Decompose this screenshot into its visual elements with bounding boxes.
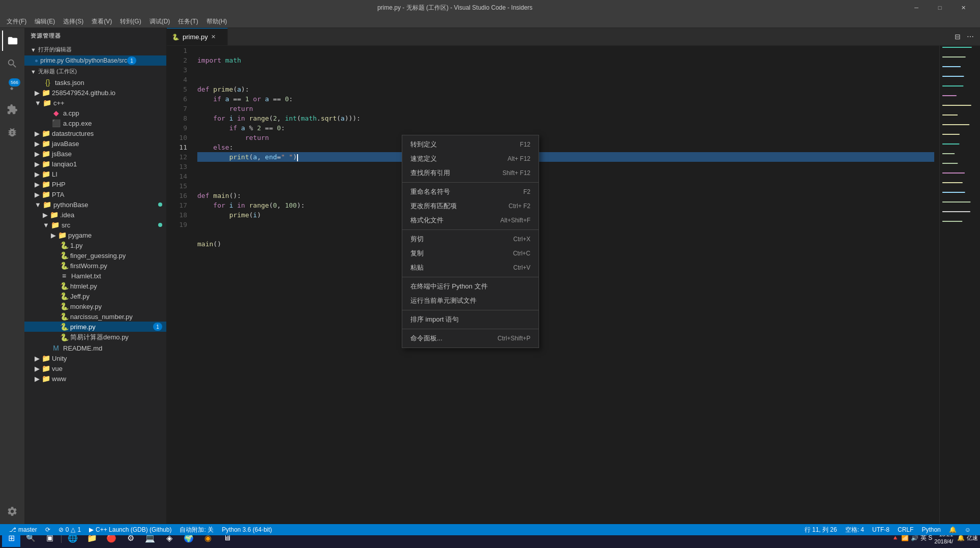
sidebar-item-cpp[interactable]: ▼ 📁 c++ — [24, 98, 166, 108]
open-editors-section[interactable]: ▼ 打开的编辑器 — [24, 44, 166, 55]
sidebar-item-github-io[interactable]: ▶ 📁 2585479524.github.io — [24, 88, 166, 98]
ctx-run-python[interactable]: 在终端中运行 Python 文件 — [402, 279, 539, 294]
activity-settings[interactable] — [2, 501, 22, 522]
activity-search[interactable] — [2, 53, 22, 74]
ctx-paste[interactable]: 粘贴 Ctrl+V — [402, 261, 539, 275]
ctx-label: 重命名名符号 — [410, 187, 450, 196]
sidebar-item-jeffpy[interactable]: 🐍 Jeff.py — [24, 291, 166, 301]
menu-help[interactable]: 帮助(H) — [202, 15, 231, 28]
more-actions-button[interactable]: ⋯ — [965, 31, 976, 43]
sidebar-item-primepy[interactable]: 🐍 prime.py 1 — [24, 322, 166, 332]
sidebar-item-acppexe[interactable]: ⬛ a.cpp.exe — [24, 118, 166, 128]
ctx-find-references[interactable]: 查找所有引用 Shift+ F12 — [402, 166, 539, 180]
menu-task[interactable]: 任务(T) — [174, 15, 202, 28]
sidebar-item-firstworm[interactable]: 🐍 firstWorm.py — [24, 261, 166, 271]
ctx-copy[interactable]: 复制 Ctrl+C — [402, 246, 539, 261]
spaces-text: 空格: 4 — [845, 526, 864, 534]
workspace-section[interactable]: ▼ 无标题 (工作区) — [24, 66, 166, 77]
ctx-format-file[interactable]: 格式化文件 Alt+Shift+F — [402, 213, 539, 227]
sidebar-item-pygame[interactable]: ▶ 📁 pygame — [24, 230, 166, 240]
ctx-cut[interactable]: 剪切 Ctrl+X — [402, 232, 539, 246]
folder-icon: 📁 — [41, 89, 51, 97]
status-encoding[interactable]: UTF-8 — [868, 524, 894, 535]
ctx-command-palette[interactable]: 命令面板... Ctrl+Shift+P — [402, 331, 539, 345]
folder-icon: 📁 — [57, 231, 67, 239]
activity-explorer[interactable] — [2, 31, 22, 51]
sidebar-item-datastructures[interactable]: ▶ 📁 datastructures — [24, 128, 166, 138]
sidebar-item-1py[interactable]: 🐍 1.py — [24, 240, 166, 250]
status-branch[interactable]: ⎇ master — [5, 524, 41, 535]
sidebar-label: Hamlet.txt — [71, 272, 166, 280]
sidebar-item-www[interactable]: ▶ 📁 www — [24, 373, 166, 384]
close-button[interactable]: ✕ — [952, 0, 975, 15]
status-spaces[interactable]: 空格: 4 — [841, 524, 868, 535]
activity-debug[interactable] — [2, 122, 22, 142]
sidebar-item-hamlet[interactable]: ≡ Hamlet.txt — [24, 271, 166, 281]
tray-icon-volume[interactable]: 🔊 — [911, 534, 918, 541]
sidebar-item-pta[interactable]: ▶ 📁 PTA — [24, 189, 166, 199]
ctx-rename-symbol[interactable]: 重命名名符号 F2 — [402, 185, 539, 199]
status-language[interactable]: Python — [917, 524, 944, 535]
tray-icon-notification[interactable]: 🔔 — [957, 534, 965, 541]
tab-prime-py[interactable]: 🐍 prime.py ✕ — [167, 28, 228, 45]
sidebar-item-narcissus[interactable]: 🐍 narcissus_number.py — [24, 311, 166, 322]
maximize-button[interactable]: □ — [928, 0, 952, 15]
ctx-run-unittest[interactable]: 运行当前单元测试文件 — [402, 294, 539, 308]
menu-goto[interactable]: 转到(G) — [116, 15, 145, 28]
sidebar-item-monkey[interactable]: 🐍 monkey.py — [24, 301, 166, 311]
sidebar-label: finger_guessing.py — [70, 252, 166, 259]
menu-view[interactable]: 查看(V) — [87, 15, 116, 28]
status-feedback[interactable]: ☺ — [961, 524, 975, 535]
sidebar-item-readme[interactable]: M README.md — [24, 343, 166, 353]
code-content[interactable]: import math def prime(a): if a == 1 or a… — [192, 46, 939, 524]
menu-file[interactable]: 文件(F) — [3, 15, 31, 28]
code-editor[interactable]: 1 2 3 4 5 6 7 8 9 10 11 12 13 14 15 16 1… — [167, 46, 980, 524]
sidebar-item-finger[interactable]: 🐍 finger_guessing.py — [24, 250, 166, 261]
sidebar-item-lanqiao1[interactable]: ▶ 📁 lanqiao1 — [24, 159, 166, 169]
sidebar-item-li[interactable]: ▶ 📁 LI — [24, 169, 166, 179]
sidebar-item-calc[interactable]: 🐍 简易计算器demo.py — [24, 332, 166, 343]
sidebar-item-unity[interactable]: ▶ 📁 Unity — [24, 353, 166, 363]
sidebar-item-idea[interactable]: ▶ 📁 .idea — [24, 210, 166, 220]
status-autosave[interactable]: 自动附加: 关 — [175, 524, 218, 535]
tab-label: prime.py — [183, 33, 208, 41]
ctx-label: 更改所有匹配项 — [410, 201, 457, 211]
sidebar-item-jsbase[interactable]: ▶ 📁 jsBase — [24, 149, 166, 159]
ctx-sort-imports[interactable]: 排序 import 语句 — [402, 312, 539, 327]
open-editor-item[interactable]: ● prime.py Github/pythonBase/src 1 — [24, 55, 166, 66]
file-badge: 1 — [153, 323, 162, 331]
menu-edit[interactable]: 编辑(E) — [31, 15, 59, 28]
ctx-shortcut: Ctrl+V — [513, 264, 530, 271]
split-editor-button[interactable]: ⊟ — [953, 31, 963, 43]
sidebar-item-htmlet[interactable]: 🐍 htmlet.py — [24, 281, 166, 291]
sidebar-item-php[interactable]: ▶ 📁 PHP — [24, 179, 166, 189]
sidebar-item-pythonbase[interactable]: ▼ 📁 pythonBase — [24, 199, 166, 210]
ctx-peek-definition[interactable]: 速览定义 Alt+ F12 — [402, 152, 539, 166]
ctx-change-all[interactable]: 更改所有匹配项 Ctrl+ F2 — [402, 199, 539, 213]
status-sync[interactable]: ⟳ — [41, 524, 54, 535]
menu-select[interactable]: 选择(S) — [59, 15, 87, 28]
activity-git[interactable]: 566 — [2, 76, 22, 97]
sidebar-label: 1.py — [70, 242, 166, 249]
tray-icon-1[interactable]: 🔺 — [892, 534, 899, 541]
tab-close-icon[interactable]: ✕ — [211, 34, 216, 40]
sidebar-label: 简易计算器demo.py — [70, 333, 166, 342]
activity-extensions[interactable] — [2, 99, 22, 120]
menu-debug[interactable]: 调试(D) — [145, 15, 174, 28]
status-run[interactable]: ▶ C++ Launch (GDB) (Github) — [85, 524, 175, 535]
minimize-button[interactable]: ─ — [905, 0, 928, 15]
status-python[interactable]: Python 3.6 (64-bit) — [218, 524, 276, 535]
ctx-goto-definition[interactable]: 转到定义 F12 — [402, 137, 539, 152]
sidebar-item-acpp[interactable]: ◆ a.cpp — [24, 108, 166, 118]
chevron-right-icon: ▶ — [35, 355, 40, 362]
sidebar-item-javabase[interactable]: ▶ 📁 javaBase — [24, 138, 166, 149]
sidebar-item-vue[interactable]: ▶ 📁 vue — [24, 363, 166, 373]
sidebar-item-tasks-json[interactable]: {} tasks.json — [24, 77, 166, 88]
status-line-ending[interactable]: CRLF — [894, 524, 917, 535]
sidebar-item-src[interactable]: ▼ 📁 src — [24, 220, 166, 230]
status-bell[interactable]: 🔔 — [945, 524, 961, 535]
status-errors[interactable]: ⊘ 0 △ 1 — [54, 524, 85, 535]
status-line-col[interactable]: 行 11, 列 26 — [800, 524, 841, 535]
sidebar-header[interactable]: 资源管理器 — [24, 28, 166, 44]
tray-icon-network[interactable]: 📶 — [901, 534, 909, 541]
